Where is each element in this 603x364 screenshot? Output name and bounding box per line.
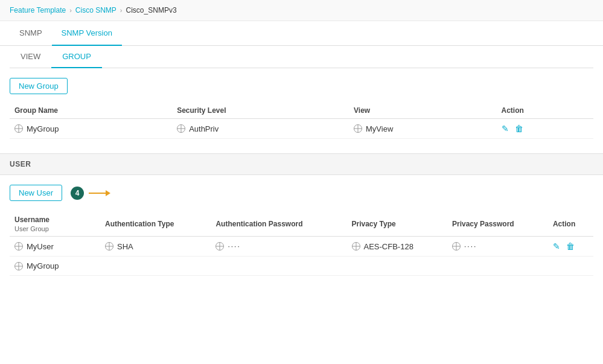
user-action-cell: ✎ 🗑 bbox=[548, 237, 593, 257]
globe-icon bbox=[14, 262, 23, 270]
col-privacy-password: Privacy Password bbox=[447, 211, 548, 237]
col-group-name: Group Name bbox=[10, 101, 172, 119]
breadcrumb-cisco-snmpv3: Cisco_SNMPv3 bbox=[126, 6, 177, 14]
view-cell: MyView bbox=[349, 119, 496, 139]
action-cell: ✎ 🗑 bbox=[497, 119, 593, 139]
new-group-button[interactable]: New Group bbox=[10, 78, 68, 94]
globe-icon bbox=[215, 242, 224, 251]
delete-group-button[interactable]: 🗑 bbox=[515, 124, 523, 133]
user-table-row: MyUser SHA ···· bbox=[10, 237, 593, 257]
auth-type-cell: SHA bbox=[100, 237, 211, 257]
globe-icon bbox=[14, 242, 23, 251]
auth-password-value: ···· bbox=[228, 242, 240, 251]
user-table: Username User Group Authentication Type … bbox=[10, 211, 593, 276]
top-tabs: SNMP SNMP Version bbox=[0, 21, 603, 46]
new-user-button[interactable]: New User bbox=[10, 185, 62, 201]
privacy-type-cell: AES-CFB-128 bbox=[347, 237, 447, 257]
globe-icon bbox=[14, 124, 23, 133]
edit-user-button[interactable]: ✎ bbox=[553, 241, 560, 251]
sub-tabs: VIEW GROUP bbox=[10, 46, 593, 68]
globe-icon bbox=[452, 242, 461, 251]
globe-icon bbox=[105, 242, 113, 251]
tab-snmp-version[interactable]: SNMP Version bbox=[52, 21, 122, 46]
privacy-password-cell: ···· bbox=[447, 237, 548, 257]
col-auth-type: Authentication Type bbox=[100, 211, 211, 237]
username-value: MyUser bbox=[27, 242, 54, 251]
breadcrumb-sep-2: › bbox=[120, 7, 123, 14]
privacy-type-value: AES-CFB-128 bbox=[364, 242, 413, 251]
breadcrumb-sep-1: › bbox=[69, 7, 72, 14]
breadcrumb: Feature Template › Cisco SNMP › Cisco_SN… bbox=[0, 0, 603, 21]
col-action: Action bbox=[497, 101, 593, 119]
auth-password-cell: ···· bbox=[211, 237, 346, 257]
breadcrumb-cisco-snmp[interactable]: Cisco SNMP bbox=[75, 6, 116, 14]
group-name-cell: MyGroup bbox=[10, 119, 172, 139]
group-name-value: MyGroup bbox=[27, 124, 59, 133]
user-badge: 4 bbox=[71, 187, 84, 200]
auth-type-value: SHA bbox=[117, 242, 133, 251]
user-group-row: MyGroup bbox=[10, 257, 593, 276]
edit-group-button[interactable]: ✎ bbox=[502, 124, 509, 133]
user-group-value: MyGroup bbox=[27, 261, 59, 270]
username-cell: MyUser bbox=[10, 237, 100, 257]
col-username: Username User Group bbox=[10, 211, 100, 237]
col-user-action: Action bbox=[548, 211, 593, 237]
sub-tab-group[interactable]: GROUP bbox=[51, 46, 102, 68]
breadcrumb-feature-template[interactable]: Feature Template bbox=[10, 6, 66, 14]
security-level-cell: AuthPriv bbox=[172, 119, 349, 139]
arrow-indicator bbox=[89, 189, 110, 197]
globe-icon bbox=[354, 124, 362, 133]
group-table: Group Name Security Level View Action My… bbox=[10, 101, 593, 139]
new-user-wrapper: New User 4 bbox=[10, 185, 593, 201]
user-group-cell: MyGroup bbox=[10, 257, 593, 276]
globe-icon bbox=[352, 242, 360, 251]
col-privacy-type: Privacy Type bbox=[347, 211, 447, 237]
privacy-password-value: ···· bbox=[464, 242, 477, 251]
security-level-value: AuthPriv bbox=[189, 124, 219, 133]
view-value: MyView bbox=[366, 124, 393, 133]
table-row: MyGroup AuthPriv MyView bbox=[10, 119, 593, 139]
user-section-header: USER bbox=[0, 153, 603, 175]
col-security-level: Security Level bbox=[172, 101, 349, 119]
tab-snmp[interactable]: SNMP bbox=[10, 21, 52, 46]
user-section-content: New User 4 Username User Group Authentic… bbox=[0, 175, 603, 276]
delete-user-button[interactable]: 🗑 bbox=[566, 241, 575, 251]
main-section: VIEW GROUP New Group Group Name Security… bbox=[0, 46, 603, 139]
col-auth-password: Authentication Password bbox=[211, 211, 346, 237]
sub-tab-view[interactable]: VIEW bbox=[10, 46, 51, 68]
col-view: View bbox=[349, 101, 496, 119]
globe-icon bbox=[177, 124, 185, 133]
